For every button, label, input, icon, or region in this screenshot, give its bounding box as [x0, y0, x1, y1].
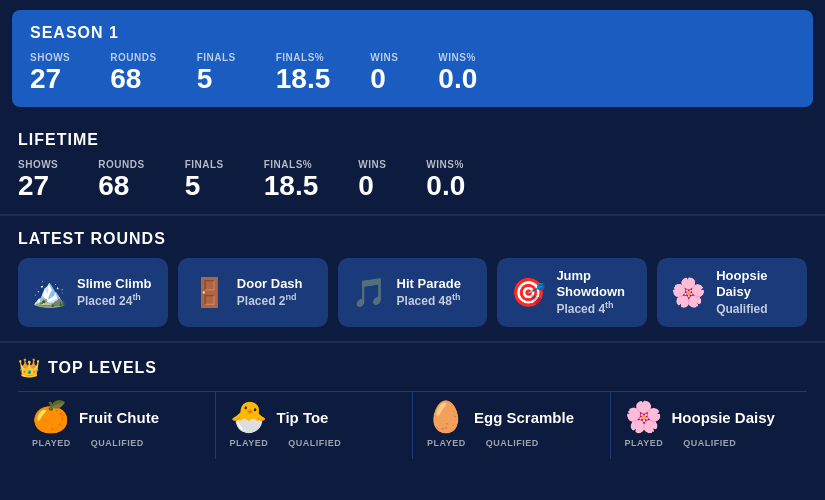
latest-rounds-title: LATEST ROUNDS [18, 230, 807, 248]
latest-rounds-section: LATEST ROUNDS 🏔️ Slime Climb Placed 24th… [0, 216, 825, 343]
level-stats-row: PLAYED QUALIFIED [32, 438, 201, 449]
stat-value: 18.5 [276, 65, 331, 93]
stat-value: 68 [98, 172, 144, 200]
level-top: 🐣 Tip Toe [230, 402, 399, 432]
level-name: Egg Scramble [474, 409, 574, 426]
top-levels-header: 👑 TOP LEVELS [18, 357, 807, 379]
level-stat-qualified: QUALIFIED [288, 438, 341, 449]
stat-value: 0.0 [438, 65, 477, 93]
stat-item: FINALS 5 [197, 52, 236, 93]
round-name: Jump Showdown [556, 268, 633, 299]
level-card: 🌸 Hoopsie Daisy PLAYED QUALIFIED [611, 392, 808, 459]
level-stat-played: PLAYED [230, 438, 269, 449]
levels-grid: 🍊 Fruit Chute PLAYED QUALIFIED 🐣 Tip Toe… [18, 391, 807, 459]
level-top: 🍊 Fruit Chute [32, 402, 201, 432]
round-info: Door Dash Placed 2nd [237, 276, 303, 310]
level-top: 🥚 Egg Scramble [427, 402, 596, 432]
round-icon: 🎵 [352, 279, 387, 307]
season1-title: SEASON 1 [30, 24, 795, 42]
level-stat-qualified: QUALIFIED [91, 438, 144, 449]
stat-item: WINS 0 [358, 159, 386, 200]
stat-label: WINS% [426, 159, 465, 170]
round-info: Hoopsie Daisy Qualified [716, 268, 793, 317]
round-placement: Qualified [716, 302, 767, 316]
round-icon: 🎯 [511, 279, 546, 307]
stat-item: FINALS% 18.5 [264, 159, 319, 200]
level-stat-played: PLAYED [625, 438, 664, 449]
stat-item: FINALS 5 [185, 159, 224, 200]
round-placement: Placed 24th [77, 294, 141, 308]
stat-label: WINS% [438, 52, 477, 63]
season1-stats-row: SHOWS 27 ROUNDS 68 FINALS 5 FINALS% 18.5… [30, 52, 795, 93]
round-card: 🏔️ Slime Climb Placed 24th [18, 258, 168, 327]
stat-value: 5 [197, 65, 236, 93]
round-icon: 🏔️ [32, 279, 67, 307]
stat-value: 0 [358, 172, 386, 200]
level-stats-row: PLAYED QUALIFIED [427, 438, 596, 449]
level-stat-qualified: QUALIFIED [486, 438, 539, 449]
round-card: 🌸 Hoopsie Daisy Qualified [657, 258, 807, 327]
round-name: Hoopsie Daisy [716, 268, 793, 299]
crown-icon: 👑 [18, 357, 40, 379]
qualified-label: QUALIFIED [288, 438, 341, 448]
stat-value: 68 [110, 65, 156, 93]
round-name: Door Dash [237, 276, 303, 292]
level-stat-qualified: QUALIFIED [683, 438, 736, 449]
played-label: PLAYED [625, 438, 664, 448]
level-stats-row: PLAYED QUALIFIED [230, 438, 399, 449]
stat-item: WINS% 0.0 [438, 52, 477, 93]
level-card: 🐣 Tip Toe PLAYED QUALIFIED [216, 392, 414, 459]
level-name: Tip Toe [277, 409, 329, 426]
stat-value: 5 [185, 172, 224, 200]
stat-item: SHOWS 27 [18, 159, 58, 200]
stat-item: ROUNDS 68 [98, 159, 144, 200]
level-icon: 🌸 [625, 402, 662, 432]
played-label: PLAYED [230, 438, 269, 448]
level-name: Fruit Chute [79, 409, 159, 426]
stat-value: 27 [18, 172, 58, 200]
lifetime-title: LIFETIME [18, 131, 807, 149]
qualified-label: QUALIFIED [91, 438, 144, 448]
stat-item: ROUNDS 68 [110, 52, 156, 93]
played-label: PLAYED [32, 438, 71, 448]
round-card: 🚪 Door Dash Placed 2nd [178, 258, 328, 327]
stat-label: FINALS [197, 52, 236, 63]
level-top: 🌸 Hoopsie Daisy [625, 402, 794, 432]
round-info: Slime Climb Placed 24th [77, 276, 151, 310]
stat-value: 0.0 [426, 172, 465, 200]
round-card: 🎵 Hit Parade Placed 48th [338, 258, 488, 327]
stat-label: SHOWS [30, 52, 70, 63]
stat-label: FINALS [185, 159, 224, 170]
stat-item: SHOWS 27 [30, 52, 70, 93]
stat-label: ROUNDS [98, 159, 144, 170]
round-placement: Placed 48th [397, 294, 461, 308]
level-card: 🥚 Egg Scramble PLAYED QUALIFIED [413, 392, 611, 459]
stat-label: SHOWS [18, 159, 58, 170]
round-icon: 🚪 [192, 279, 227, 307]
round-icon: 🌸 [671, 279, 706, 307]
top-levels-section: 👑 TOP LEVELS 🍊 Fruit Chute PLAYED QUALIF… [0, 343, 825, 473]
round-info: Hit Parade Placed 48th [397, 276, 461, 310]
round-card: 🎯 Jump Showdown Placed 4th [497, 258, 647, 327]
level-icon: 🍊 [32, 402, 69, 432]
level-icon: 🥚 [427, 402, 464, 432]
stat-label: ROUNDS [110, 52, 156, 63]
qualified-label: QUALIFIED [683, 438, 736, 448]
level-card: 🍊 Fruit Chute PLAYED QUALIFIED [18, 392, 216, 459]
level-icon: 🐣 [230, 402, 267, 432]
level-stat-played: PLAYED [427, 438, 466, 449]
stat-value: 0 [370, 65, 398, 93]
lifetime-section: LIFETIME SHOWS 27 ROUNDS 68 FINALS 5 FIN… [0, 117, 825, 216]
round-name: Slime Climb [77, 276, 151, 292]
stat-label: WINS [358, 159, 386, 170]
stat-value: 27 [30, 65, 70, 93]
level-stats-row: PLAYED QUALIFIED [625, 438, 794, 449]
round-placement: Placed 4th [556, 302, 613, 316]
rounds-row: 🏔️ Slime Climb Placed 24th 🚪 Door Dash P… [18, 258, 807, 327]
stat-item: WINS% 0.0 [426, 159, 465, 200]
round-name: Hit Parade [397, 276, 461, 292]
stat-label: FINALS% [264, 159, 319, 170]
played-label: PLAYED [427, 438, 466, 448]
stat-label: FINALS% [276, 52, 331, 63]
round-placement: Placed 2nd [237, 294, 297, 308]
